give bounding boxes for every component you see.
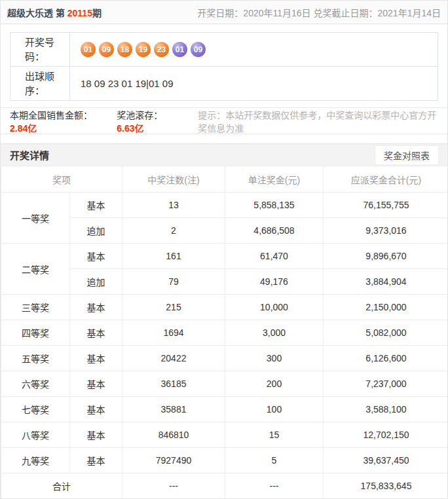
numbers-table: 开奖号码： 01091819230109 出球顺序： 18 09 23 01 1…	[10, 32, 438, 101]
footer-label: 合计	[1, 473, 122, 499]
win-count-cell: 36185	[122, 371, 225, 397]
prize-type-cell: 基本	[70, 448, 122, 473]
prize-type-cell: 基本	[70, 295, 122, 320]
issue-number: 20115	[67, 8, 92, 18]
win-count-cell: 215	[122, 295, 225, 320]
front-ball: 23	[154, 42, 169, 57]
front-ball: 09	[99, 42, 114, 57]
prize-type-cell: 基本	[70, 371, 122, 397]
prize-type-cell: 追加	[70, 218, 122, 244]
prize-table-row: 九等奖基本7927490539,637,450	[1, 448, 448, 473]
pool-value: 6.63亿	[117, 123, 143, 134]
draw-dates: 开奖日期：2020年11月16日 兑奖截止日期：2021年1月14日	[197, 6, 441, 19]
total-prize-cell: 76,155,755	[324, 193, 448, 218]
prize-name-cell: 四等奖	[1, 320, 70, 346]
prize-compare-button[interactable]: 奖金对照表	[375, 145, 439, 165]
front-ball: 19	[136, 42, 151, 57]
win-count-cell: 79	[122, 269, 225, 295]
pool-amount: 奖池滚存：6.63亿	[117, 108, 178, 134]
sales-label: 本期全国销售金额：	[10, 110, 92, 120]
section-gap	[1, 134, 447, 143]
win-count-cell: 20422	[122, 346, 225, 371]
prize-table-row: 五等奖基本204223006,126,600	[1, 346, 448, 371]
ball-row: 01091819230109	[81, 42, 438, 57]
prize-table: 奖项 中奖注数(注) 单注奖金(元) 应派奖金合计(元) 一等奖基本135,85…	[1, 166, 448, 499]
details-header: 开奖详情 奖金对照表	[1, 143, 447, 166]
prize-name-cell: 三等奖	[1, 295, 70, 320]
sales-amount: 本期全国销售金额：2.84亿	[10, 108, 102, 134]
details-title: 开奖详情	[10, 148, 49, 162]
back-ball: 01	[172, 42, 187, 57]
prize-name-cell: 八等奖	[1, 422, 70, 448]
ball-order-label: 出球顺序：	[10, 67, 70, 101]
pool-label: 奖池滚存：	[117, 110, 162, 120]
win-count-cell: 7927490	[122, 448, 225, 473]
lottery-result-page: 超级大乐透 第 20115期 开奖日期：2020年11月16日 兑奖截止日期：2…	[0, 0, 448, 499]
total-prize-cell: 5,082,000	[324, 320, 448, 346]
single-prize-cell: 61,470	[225, 244, 324, 269]
col-header-count: 中奖注数(注)	[122, 166, 225, 193]
prize-type-cell: 基本	[70, 397, 122, 422]
prize-table-row: 六等奖基本361852007,237,000	[1, 371, 448, 397]
single-prize-cell: 100	[225, 397, 324, 422]
single-prize-cell: 5	[225, 448, 324, 473]
total-prize-cell: 2,150,000	[324, 295, 448, 320]
title-prefix: 超级大乐透 第	[7, 8, 67, 18]
total-prize-cell: 9,373,016	[324, 218, 448, 244]
prize-table-row: 八等奖基本8468101512,702,150	[1, 422, 448, 448]
prize-name-cell: 九等奖	[1, 448, 70, 473]
prize-type-cell: 基本	[70, 346, 122, 371]
prize-name-cell: 五等奖	[1, 346, 70, 371]
winning-numbers-section: 开奖号码： 01091819230109 出球顺序： 18 09 23 01 1…	[1, 24, 447, 108]
total-prize-cell: 3,884,904	[324, 269, 448, 295]
win-count-cell: 2	[122, 218, 225, 244]
footer-total: 175,833,645	[324, 473, 448, 499]
prize-name-cell: 六等奖	[1, 371, 70, 397]
col-header-total: 应派奖金合计(元)	[324, 166, 448, 193]
prize-table-header-row: 奖项 中奖注数(注) 单注奖金(元) 应派奖金合计(元)	[1, 166, 448, 193]
back-ball: 09	[191, 42, 206, 57]
win-count-cell: 1694	[122, 320, 225, 346]
title-suffix: 期	[92, 8, 102, 18]
single-prize-cell: 5,858,135	[225, 193, 324, 218]
front-ball: 01	[81, 42, 96, 57]
topbar: 超级大乐透 第 20115期 开奖日期：2020年11月16日 兑奖截止日期：2…	[1, 1, 447, 24]
footer-single: ---	[225, 473, 324, 499]
col-header-single: 单注奖金(元)	[225, 166, 324, 193]
prize-name-cell: 七等奖	[1, 397, 70, 422]
single-prize-cell: 200	[225, 371, 324, 397]
sales-bar: 本期全国销售金额：2.84亿 奖池滚存：6.63亿 提示：本站开奖数据仅供参考，…	[1, 108, 447, 134]
total-prize-cell: 39,637,450	[324, 448, 448, 473]
prize-type-cell: 基本	[70, 320, 122, 346]
total-prize-cell: 9,896,670	[324, 244, 448, 269]
sales-value: 2.84亿	[10, 123, 37, 134]
draw-numbers-row: 开奖号码： 01091819230109	[10, 33, 438, 67]
prize-table-body: 一等奖基本135,858,13576,155,755追加24,686,5089,…	[1, 193, 448, 473]
col-header-prize: 奖项	[1, 166, 122, 193]
prize-name-cell: 一等奖	[1, 193, 70, 244]
win-count-cell: 846810	[122, 422, 225, 448]
total-prize-cell: 12,702,150	[324, 422, 448, 448]
prize-table-row: 二等奖基本16161,4709,896,670	[1, 244, 448, 269]
prize-table-row: 一等奖基本135,858,13576,155,755	[1, 193, 448, 218]
prize-type-cell: 基本	[70, 244, 122, 269]
single-prize-cell: 4,686,508	[225, 218, 324, 244]
prize-type-cell: 基本	[70, 193, 122, 218]
prize-table-row: 三等奖基本21510,0002,150,000	[1, 295, 448, 320]
win-count-cell: 13	[122, 193, 225, 218]
prize-name-cell: 二等奖	[1, 244, 70, 295]
total-prize-cell: 6,126,600	[324, 346, 448, 371]
total-prize-cell: 7,237,000	[324, 371, 448, 397]
ball-order-row: 出球顺序： 18 09 23 01 19|01 09	[10, 67, 438, 101]
footer-count: ---	[122, 473, 225, 499]
single-prize-cell: 3,000	[225, 320, 324, 346]
single-prize-cell: 300	[225, 346, 324, 371]
total-prize-cell: 3,588,100	[324, 397, 448, 422]
page-title: 超级大乐透 第 20115期	[7, 6, 102, 19]
win-count-cell: 161	[122, 244, 225, 269]
prize-type-cell: 追加	[70, 269, 122, 295]
draw-numbers-label: 开奖号码：	[10, 33, 70, 67]
win-count-cell: 35881	[122, 397, 225, 422]
ball-order-value: 18 09 23 01 19|01 09	[81, 78, 174, 89]
single-prize-cell: 10,000	[225, 295, 324, 320]
